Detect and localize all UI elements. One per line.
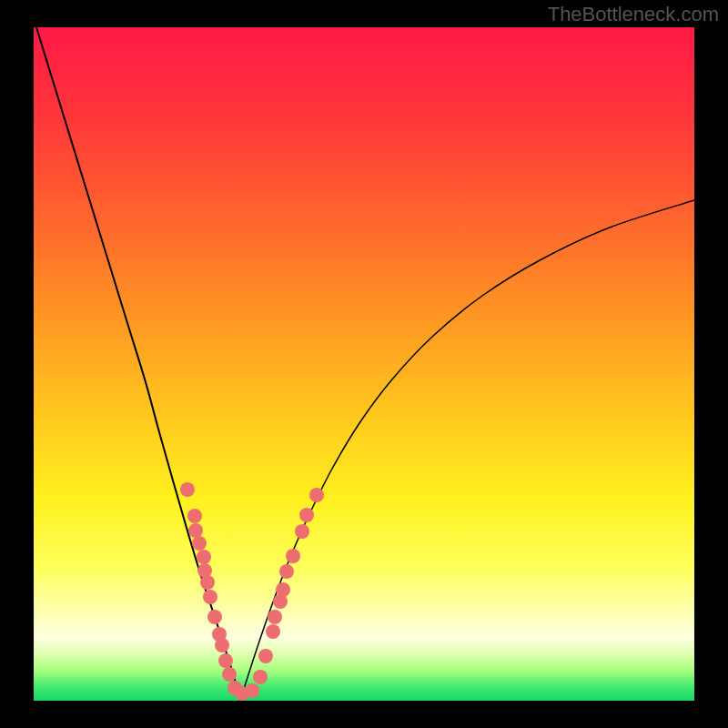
scatter-dot [253,670,268,684]
scatter-dot [200,575,215,590]
scatter-dot [245,683,259,698]
chart-svg [34,27,694,701]
scatter-dot [180,482,195,497]
scatter-dot [299,508,314,522]
scatter-dot [222,667,237,682]
scatter-dot [197,550,211,564]
watermark-text: TheBottleneck.com [548,3,719,26]
scatter-dot [286,549,300,563]
plot-background [34,27,694,701]
scatter-dot [187,509,202,523]
scatter-dot [192,536,207,551]
scatter-dot [276,582,290,597]
scatter-dot [266,624,280,639]
scatter-dot [295,524,309,539]
scatter-dot [279,564,294,579]
plot-area [34,27,694,701]
scatter-dot [188,523,203,538]
scatter-dot [207,610,222,624]
scatter-dot [268,610,282,624]
scatter-dot [203,590,217,604]
scatter-dot [215,638,229,652]
chart-frame: TheBottleneck.com [0,0,728,728]
scatter-dot [218,653,233,668]
scatter-dot [258,649,273,663]
scatter-dot [309,488,324,502]
